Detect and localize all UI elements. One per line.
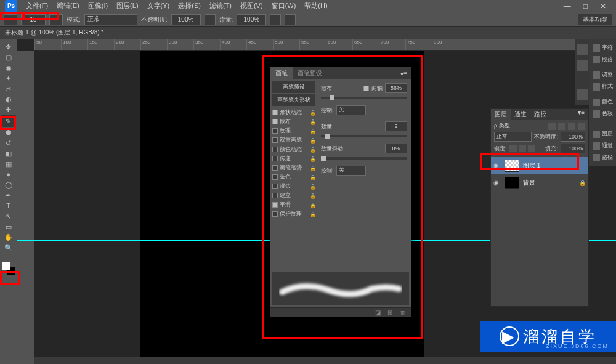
fill-input[interactable]: 100% [561,144,585,153]
dock-swatches[interactable]: 色板 [589,108,616,119]
pressure-opacity-icon[interactable] [205,14,216,25]
brush-option-row[interactable]: 保护纹理🔒 [272,209,315,219]
opacity-input[interactable]: 100% [171,14,201,25]
lock-icon[interactable]: 🔒 [310,138,315,143]
menu-file[interactable]: 文件(F) [22,0,52,12]
lasso-tool[interactable]: ◉ [1,63,16,73]
dock-character[interactable]: 字符 [589,42,616,54]
visibility-icon[interactable]: ◉ [493,162,501,169]
pen-tool[interactable]: ✒ [1,190,16,201]
option-checkbox[interactable] [272,193,278,198]
filter-btn-3[interactable] [568,123,575,130]
scatter-slider[interactable] [321,97,407,99]
filter-btn-4[interactable] [578,123,585,130]
menu-window[interactable]: 窗口(W) [268,0,300,12]
healing-tool[interactable]: ✚ [1,105,16,115]
count-value[interactable]: 2 [385,121,407,131]
blend-mode-select[interactable]: 正常 [84,14,137,25]
visibility-icon[interactable]: ◉ [493,179,501,187]
stamp-tool[interactable]: ⬢ [1,127,16,138]
layers-panel-menu-icon[interactable]: ▾≡ [574,109,588,120]
lock-all-icon[interactable] [528,145,535,152]
layer-blend-select[interactable]: 正常 [494,132,532,142]
properties-icon[interactable] [577,89,588,100]
brush-option-row[interactable]: 建立🔒 [272,191,315,200]
dock-paragraph[interactable]: 段落 [589,54,616,65]
shape-tool[interactable]: ▭ [1,222,16,232]
lock-pixels-icon[interactable] [509,145,517,152]
lock-icon[interactable]: 🔒 [310,175,315,180]
lock-position-icon[interactable] [519,145,526,152]
control2-select[interactable]: 关 [336,166,366,176]
history-icon[interactable] [577,44,588,55]
wand-tool[interactable]: ✦ [1,73,16,84]
option-checkbox[interactable] [272,184,278,189]
option-checkbox[interactable] [272,147,278,152]
brush-tip-shape[interactable]: 画笔笔尖形状 [272,94,315,106]
maximize-button[interactable]: □ [578,2,593,10]
brush-option-row[interactable]: 颜色动态🔒 [272,145,315,154]
menu-image[interactable]: 图像(I) [84,0,111,12]
option-checkbox[interactable] [272,128,278,134]
option-checkbox[interactable] [272,119,278,124]
trash-icon[interactable]: 🗑 [400,309,407,317]
tool-preset-picker[interactable] [4,14,17,25]
minimize-button[interactable]: — [559,2,576,10]
brush-preset-picker[interactable] [49,14,63,25]
option-checkbox[interactable] [272,174,278,180]
crop-tool[interactable]: ✂ [1,84,16,94]
option-checkbox[interactable] [272,165,278,171]
lock-icon[interactable]: 🔒 [310,166,315,171]
flow-input[interactable]: 100% [237,14,266,25]
eraser-tool[interactable]: ◧ [1,148,16,159]
document-tab[interactable]: 未标题-1 @ 100% (图层 1, RGB/8) * [5,28,103,38]
dock-layers[interactable]: 图层 [589,128,616,140]
scatter-value[interactable]: 56% [385,83,407,93]
option-checkbox[interactable] [272,110,278,115]
option-checkbox[interactable] [272,156,278,161]
lock-icon[interactable]: 🔒 [310,203,315,208]
menu-filter[interactable]: 滤镜(T) [206,0,235,12]
brush-presets-tab[interactable]: 画笔预设 [293,67,327,79]
toggle-preview-icon[interactable]: ◪ [375,309,383,317]
layer-name[interactable]: 背景 [523,179,575,187]
filter-btn-1[interactable] [548,123,556,130]
lock-icon[interactable]: 🔒 [310,156,315,161]
menu-select[interactable]: 选择(S) [174,0,205,12]
new-preset-icon[interactable]: ⊞ [387,309,395,317]
lock-icon[interactable]: 🔒 [310,147,315,152]
eyedropper-tool[interactable]: ◐ [1,94,16,105]
gradient-tool[interactable]: ▦ [1,159,16,169]
foreground-color[interactable] [2,262,10,270]
dock-styles[interactable]: 样式 [589,81,616,92]
history-brush-tool[interactable]: ↺ [1,138,16,148]
menu-view[interactable]: 视图(V) [237,0,267,12]
paths-tab[interactable]: 路径 [530,109,550,120]
brush-panel-titlebar[interactable]: 画笔 画笔预设 ▾≡ [270,67,411,79]
brush-option-row[interactable]: 画笔笔势🔒 [272,163,315,172]
type-tool[interactable]: T [1,201,16,211]
menu-layer[interactable]: 图层(L) [113,0,142,12]
filter-btn-2[interactable] [558,123,565,130]
option-checkbox[interactable] [272,202,278,208]
menu-type[interactable]: 文字(Y) [144,0,174,12]
actions-icon[interactable] [577,60,588,71]
dodge-tool[interactable]: ◯ [1,180,16,190]
menu-edit[interactable]: 编辑(E) [53,0,83,12]
layer-item[interactable]: ◉ 背景 🔒 [491,174,588,192]
jitter-slider[interactable] [321,157,407,160]
dock-channels[interactable]: 通道 [589,140,616,152]
brush-tool[interactable]: ✎ [1,115,16,127]
brush-tab[interactable]: 画笔 [270,67,293,79]
control1-select[interactable]: 关 [336,105,366,115]
panel-menu-icon[interactable]: ▾≡ [397,70,411,77]
lock-icon[interactable]: 🔒 [310,129,315,134]
lock-icon[interactable]: 🔒 [310,193,315,198]
horizontal-scrollbar[interactable] [34,357,616,364]
path-tool[interactable]: ↖ [1,211,16,222]
brush-option-row[interactable]: 平滑🔒 [272,200,315,209]
lock-icon[interactable]: 🔒 [310,119,315,124]
dock-adjustments[interactable]: 调整 [589,69,616,81]
move-tool[interactable]: ✥ [1,42,16,52]
zoom-tool[interactable]: 🔍 [1,243,16,253]
